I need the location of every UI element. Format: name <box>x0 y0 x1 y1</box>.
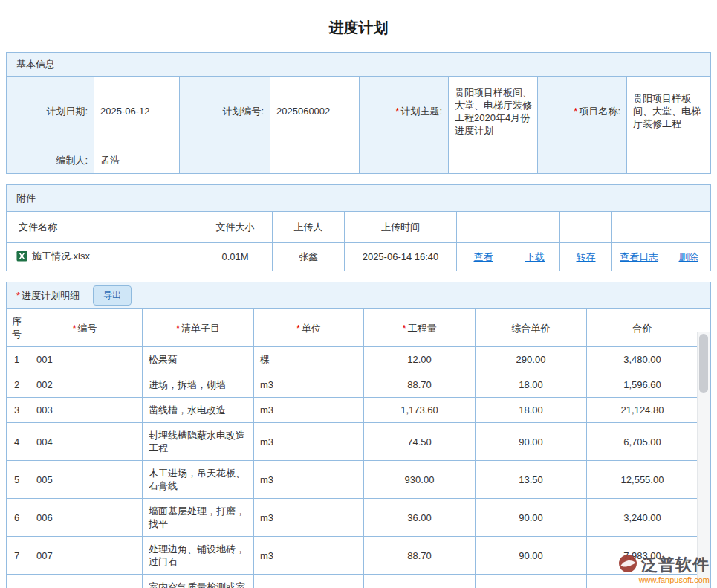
file-size-cell: 0.01M <box>198 243 273 271</box>
required-mark: * <box>16 290 20 301</box>
empty-label-cell <box>180 146 270 174</box>
compiler-label: 编制人: <box>7 146 94 174</box>
compiler-value: 孟浩 <box>94 146 180 174</box>
detail-item-cell: 凿线槽，水电改造 <box>143 398 254 423</box>
action-cell: 转存 <box>560 243 612 271</box>
detail-code-cell: 005 <box>27 461 143 499</box>
detail-quantity-cell: 930.00 <box>364 461 476 499</box>
required-mark: * <box>574 106 577 117</box>
detail-index-cell: 3 <box>7 398 27 423</box>
plan-date-value: 2025-06-12 <box>94 77 180 146</box>
detail-item-cell: 木工进场，吊天花板、石膏线 <box>143 461 254 499</box>
view-log-link[interactable]: 查看日志 <box>620 251 658 262</box>
plan-subject-label: *计划主题: <box>360 77 449 146</box>
download-link[interactable]: 下载 <box>525 251 545 262</box>
detail-index-cell: 5 <box>7 461 27 499</box>
scrollbar-thumb[interactable] <box>699 334 708 393</box>
detail-column-header: 综合单价 <box>476 309 587 347</box>
view-link[interactable]: 查看 <box>474 251 493 262</box>
detail-quantity-cell: 12.00 <box>364 347 476 372</box>
empty-value-cell <box>627 146 711 174</box>
detail-column-header: 合价 <box>587 309 698 347</box>
plan-no-value: 2025060002 <box>270 77 360 146</box>
detail-column-header: *清单子目 <box>143 309 254 347</box>
attachment-column-header: 文件名称 <box>7 212 198 243</box>
detail-row: 3003凿线槽，水电改造m31,173.6018.0021,124.80 <box>7 398 712 423</box>
detail-unit-price-cell: 90.00 <box>476 499 587 537</box>
detail-unit-price-cell: 500.00 <box>476 575 587 588</box>
detail-index-cell: 8 <box>7 575 27 588</box>
detail-unit-cell: m3 <box>254 398 364 423</box>
upload-time-cell: 2025-06-14 16:40 <box>345 243 457 271</box>
detail-column-header: *工程量 <box>364 309 476 347</box>
detail-unit-price-cell: 90.00 <box>476 537 587 575</box>
detail-table: 序号*编号*清单子目*单位*工程量综合单价合价 1001松果菊棵12.00290… <box>6 308 711 588</box>
detail-row: 8008室内空气质量检测或室内空气污染综合治理；m315.50500.007,7… <box>7 575 712 588</box>
detail-row: 5005木工进场，吊天花板、石膏线m3930.0013.5012,555.00 <box>7 461 712 499</box>
detail-table-header-row: 序号*编号*清单子目*单位*工程量综合单价合价 <box>7 309 712 347</box>
vertical-scrollbar[interactable] <box>697 332 710 588</box>
excel-file-icon <box>16 251 27 265</box>
detail-unit-price-cell: 290.00 <box>476 347 587 372</box>
detail-index-cell: 4 <box>7 423 27 461</box>
detail-code-cell: 006 <box>27 499 143 537</box>
detail-code-cell: 003 <box>27 398 143 423</box>
attachment-action-header <box>666 212 711 243</box>
required-mark: * <box>72 323 76 334</box>
detail-total-cell: 12,555.00 <box>587 461 698 499</box>
vendor-url: www.fanpusoft.com <box>618 575 710 584</box>
transfer-link[interactable]: 转存 <box>577 251 596 262</box>
detail-total-cell: 21,124.80 <box>587 398 698 423</box>
detail-unit-cell: m3 <box>254 499 364 537</box>
detail-item-cell: 墙面基层处理，打磨，找平 <box>143 499 254 537</box>
detail-index-cell: 2 <box>7 372 27 398</box>
attachment-action-header <box>510 212 560 243</box>
detail-quantity-cell: 88.70 <box>364 537 476 575</box>
attachment-column-header: 上传人 <box>273 212 345 243</box>
detail-section-title: 进度计划明细 <box>22 289 80 303</box>
attachment-action-header <box>457 212 510 243</box>
export-button[interactable]: 导出 <box>93 285 132 306</box>
detail-table-body: 1001松果菊棵12.00290.003,480.002002进场，拆墙，砌墙m… <box>7 347 712 588</box>
empty-value-cell <box>270 146 360 174</box>
vendor-watermark: 泛普软件 www.fanpusoft.com <box>618 554 710 584</box>
basic-info-row-1: 计划日期: 2025-06-12 计划编号: 2025060002 *计划主题:… <box>7 77 711 146</box>
plan-date-label-text: 计划日期: <box>46 106 88 117</box>
required-mark: * <box>402 323 406 334</box>
attachment-table: 文件名称文件大小上传人上传时间 施工情况.xlsx0.01M张鑫2025-06-… <box>6 211 711 271</box>
detail-unit-price-cell: 13.50 <box>476 461 587 499</box>
attachment-column-header: 上传时间 <box>345 212 457 243</box>
detail-index-cell: 1 <box>7 347 27 372</box>
detail-quantity-cell: 88.70 <box>364 372 476 398</box>
project-name-label: *项目名称: <box>538 77 627 146</box>
detail-total-cell: 6,705.00 <box>587 423 698 461</box>
attachment-action-header <box>560 212 612 243</box>
detail-unit-cell: 棵 <box>254 347 364 372</box>
detail-row: 7007处理边角、铺设地砖，过门石m388.7090.007,983.00 <box>7 537 712 575</box>
delete-link[interactable]: 删除 <box>679 251 698 262</box>
uploader-cell: 张鑫 <box>273 243 345 271</box>
detail-code-cell: 001 <box>27 347 143 372</box>
plan-no-label-text: 计划编号: <box>222 106 264 117</box>
vendor-watermark-row: 泛普软件 <box>618 554 710 576</box>
detail-unit-price-cell: 18.00 <box>476 372 587 398</box>
detail-section-header: * 进度计划明细 导出 <box>7 282 710 309</box>
detail-row: 2002进场，拆墙，砌墙m388.7018.001,596.60 <box>7 372 712 398</box>
plan-subject-label-text: 计划主题: <box>400 106 442 117</box>
detail-index-cell: 7 <box>7 537 27 575</box>
compiler-label-text: 编制人: <box>56 155 88 166</box>
detail-code-cell: 002 <box>27 372 143 398</box>
detail-quantity-cell: 15.50 <box>364 575 476 588</box>
project-name-label-text: 项目名称: <box>579 106 620 117</box>
attachment-table-header-row: 文件名称文件大小上传人上传时间 <box>7 212 711 243</box>
detail-item-cell: 封埋线槽隐蔽水电改造工程 <box>143 423 254 461</box>
detail-quantity-cell: 1,173.60 <box>364 398 476 423</box>
detail-unit-cell: m3 <box>254 575 364 588</box>
file-name-cell: 施工情况.xlsx <box>7 243 198 271</box>
plan-subject-value: 贵阳项目样板间、大堂、电梯厅装修工程2020年4月份进度计划 <box>449 77 538 146</box>
fanpu-logo-icon <box>618 554 637 576</box>
empty-value-cell <box>449 146 538 174</box>
detail-unit-cell: m3 <box>254 537 364 575</box>
detail-item-cell: 松果菊 <box>143 347 254 372</box>
detail-row: 4004封埋线槽隐蔽水电改造工程m374.5090.006,705.00 <box>7 423 712 461</box>
